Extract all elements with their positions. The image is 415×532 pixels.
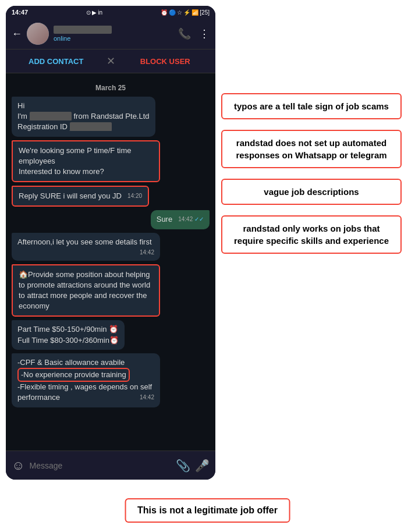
message-text: -CPF & Basic allowance avabile-No experi… — [17, 358, 152, 402]
back-button[interactable]: ← — [12, 28, 22, 40]
wifi-icon: ☆ — [177, 9, 182, 16]
action-bar: ADD CONTACT ✕ BLOCK USER — [6, 49, 215, 73]
message-bubble: Part Time $50-150+/90min ⏰Full Time $80-… — [12, 320, 125, 349]
alarm-icon: ⏰ — [161, 9, 168, 16]
message-time: 14:42 — [140, 249, 154, 257]
status-right: ⏰ 🔵 ☆ ⚡ 📶 [25] — [161, 9, 210, 16]
message-row: Reply SURE i will send you JD 14:20 — [12, 186, 210, 207]
more-menu-icon[interactable]: ⋮ — [199, 27, 210, 40]
message-bubble-outgoing: Sure 14:42 ✓✓ — [151, 210, 210, 229]
annotation-automated: randstad does not set up automated respo… — [221, 130, 402, 168]
message-time: 14:20 — [127, 192, 142, 200]
block-user-button[interactable]: BLOCK USER — [115, 51, 216, 72]
message-text: Sure — [157, 215, 172, 224]
message-bubble-highlighted: We're looking some P time/F time employe… — [12, 140, 160, 183]
annotations-panel: typos are a tell tale sign of job scams … — [221, 93, 402, 264]
read-ticks: ✓✓ — [194, 216, 204, 222]
message-time: 14:42 — [140, 393, 154, 402]
message-text: Afternoon,i let you see some details fir… — [17, 237, 152, 246]
nav-bar: ← online 📞 ⋮ — [6, 19, 215, 49]
annotation-vague: vague job descriptions — [221, 179, 402, 205]
message-text: We're looking some P time/F time employe… — [19, 146, 131, 176]
action-divider: ✕ — [107, 55, 115, 68]
contact-status: online — [54, 35, 173, 42]
chat-area[interactable]: March 25 HiI'm __________ from Randstad … — [6, 73, 215, 451]
message-row: Sure 14:42 ✓✓ — [12, 210, 210, 229]
message-row: HiI'm __________ from Randstad Pte.LtdRe… — [12, 97, 210, 137]
message-bubble: HiI'm __________ from Randstad Pte.LtdRe… — [12, 97, 155, 137]
phone-mockup: 14:47 ⊙ ▶ in ⏰ 🔵 ☆ ⚡ 📶 [25] ← — [6, 6, 215, 480]
message-time: 14:42 ✓✓ — [178, 215, 204, 224]
phone-icon[interactable]: 📞 — [178, 27, 191, 40]
input-bar: ☺ 📎 🎤 — [6, 451, 215, 480]
linkedin-icon: in — [98, 9, 102, 16]
message-bubble-highlighted: 🏠Provide some position about helping to … — [12, 264, 160, 317]
forward-icon: ▶ — [92, 9, 97, 16]
avatar-image — [27, 23, 49, 45]
contact-name — [54, 26, 112, 34]
status-time: 14:47 — [12, 9, 28, 16]
message-row: Part Time $50-150+/90min ⏰Full Time $80-… — [12, 320, 210, 349]
contact-info: online — [54, 26, 173, 42]
message-row: Afternoon,i let you see some details fir… — [12, 233, 210, 261]
message-row: We're looking some P time/F time employe… — [12, 140, 210, 183]
message-text: 🏠Provide some position about helping to … — [19, 270, 150, 311]
message-text: HiI'm __________ from Randstad Pte.LtdRe… — [17, 101, 150, 131]
attach-icon[interactable]: 📎 — [176, 459, 190, 473]
message-text: Reply SURE i will send you JD — [19, 191, 122, 200]
nav-icons: 📞 ⋮ — [178, 27, 210, 40]
message-row: -CPF & Basic allowance avabile-No experi… — [12, 353, 210, 407]
bluetooth-icon: ⚡ — [183, 9, 190, 16]
date-label: March 25 — [12, 84, 210, 92]
signal-icon: 🔵 — [169, 9, 176, 16]
status-bar: 14:47 ⊙ ▶ in ⏰ 🔵 ☆ ⚡ 📶 [25] — [6, 6, 215, 19]
annotation-typos: typos are a tell tale sign of job scams — [221, 93, 402, 119]
message-input[interactable] — [29, 461, 171, 470]
battery-icon: [25] — [200, 9, 210, 16]
page-container: 14:47 ⊙ ▶ in ⏰ 🔵 ☆ ⚡ 📶 [25] ← — [0, 0, 415, 532]
mic-icon[interactable]: 🎤 — [195, 459, 210, 473]
status-icons: ⊙ ▶ in — [86, 9, 102, 16]
network-icon: 📶 — [191, 9, 198, 16]
message-bubble: Afternoon,i let you see some details fir… — [12, 233, 160, 261]
message-text: Part Time $50-150+/90min ⏰Full Time $80-… — [17, 325, 119, 344]
avatar — [27, 23, 49, 45]
add-contact-button[interactable]: ADD CONTACT — [6, 51, 107, 72]
annotation-skills: randstad only works on jobs that require… — [221, 215, 402, 254]
emoji-icon[interactable]: ☺ — [12, 458, 24, 473]
whatsapp-icon: ⊙ — [86, 9, 91, 16]
message-row: 🏠Provide some position about helping to … — [12, 264, 210, 317]
bottom-notice: This is not a legitimate job offer — [125, 498, 290, 523]
message-bubble-highlighted: Reply SURE i will send you JD 14:20 — [12, 186, 149, 207]
message-bubble: -CPF & Basic allowance avabile-No experi… — [12, 353, 160, 407]
